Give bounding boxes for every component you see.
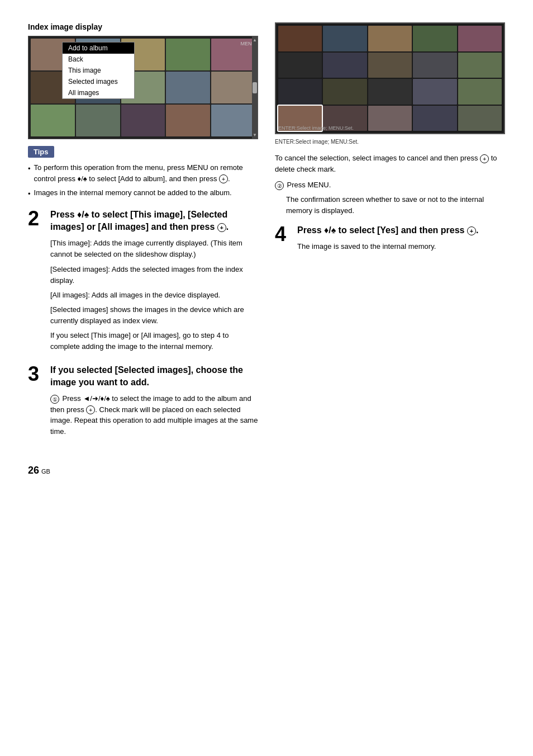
right-thumbnail: [323, 26, 367, 51]
right-thumb-grid: [276, 23, 504, 133]
right-thumbnail: [458, 53, 502, 78]
right-thumbnail: [368, 106, 412, 131]
right-thumbnail: [278, 26, 322, 51]
step-2-p2: [Selected images]: Adds the selected ima…: [50, 264, 258, 286]
step-3-body: ① Press ◄/➜/♦/♠ to select the image to a…: [50, 393, 258, 437]
enter-btn-s4: +: [467, 226, 476, 235]
page-number: 26: [28, 465, 39, 476]
right-image-display: ENTER:Select image; MENU:Set.: [275, 22, 505, 134]
tip-1-text: To perform this operation from the menu,…: [34, 162, 258, 184]
sub-step-1-icon: ①: [50, 395, 59, 404]
step-3-content: If you selected [Selected images], choos…: [50, 364, 258, 441]
thumbnail: [211, 72, 255, 103]
dropdown-item-all-images[interactable]: All images: [63, 87, 134, 98]
enter-btn-icon-s2: +: [217, 223, 226, 232]
right-thumbnail: [323, 79, 367, 105]
enter-btn-cancel: +: [480, 154, 489, 163]
thumbnail: [166, 105, 210, 136]
section-title: Index image display: [28, 22, 258, 31]
step-2: 2 Press ♦/♠ to select [This image], [Sel…: [28, 209, 258, 356]
right-thumbnail: [413, 106, 456, 131]
step-4-content: Press ♦/♠ to select [Yes] and then press…: [297, 224, 505, 256]
dropdown-item-back[interactable]: Back: [63, 54, 134, 65]
dropdown-item-selected-images[interactable]: Selected images: [63, 76, 134, 87]
right-thumbnail: [413, 26, 456, 51]
thumbnail: [166, 72, 210, 103]
step-4-title: Press ♦/♠ to select [Yes] and then press…: [297, 224, 505, 237]
right-thumbnail: [458, 106, 502, 131]
thumbnail: [31, 105, 75, 136]
right-thumbnail: [458, 26, 502, 51]
step-2-content: Press ♦/♠ to select [This image], [Selec…: [50, 209, 258, 356]
menu-press-body: The confirmation screen whether to save …: [286, 194, 505, 216]
cancel-instruction: To cancel the selection, select images t…: [275, 153, 505, 175]
index-image-display: Add to album Back This image Selected im…: [28, 36, 258, 139]
right-thumbnail: [368, 26, 412, 51]
step-4-number: 4: [275, 224, 292, 244]
thumbnail: [166, 39, 210, 70]
step-2-body: [This image]: Adds the image currently d…: [50, 238, 258, 352]
right-thumbnail: [278, 53, 322, 78]
dropdown-menu[interactable]: Add to album Back This image Selected im…: [62, 42, 135, 99]
dropdown-item-this-image[interactable]: This image: [63, 65, 134, 76]
step-2-p5: If you select [This image] or [All image…: [50, 330, 258, 352]
right-thumbnail: [323, 53, 367, 78]
step-2-title: Press ♦/♠ to select [This image], [Selec…: [50, 209, 258, 234]
step-4: 4 Press ♦/♠ to select [Yes] and then pre…: [275, 224, 505, 256]
thumbnail: [211, 105, 255, 136]
scroll-down-arrow[interactable]: ▼: [253, 133, 257, 138]
scroll-thumb[interactable]: [253, 82, 257, 93]
step-2-p4: [Selected images] shows the images in th…: [50, 304, 258, 327]
step-3-title: If you selected [Selected images], choos…: [50, 364, 258, 389]
right-thumbnail: [368, 79, 412, 105]
right-thumbnail: [413, 53, 456, 78]
sub-step-2-icon: ②: [275, 181, 284, 190]
step-3: 3 If you selected [Selected images], cho…: [28, 364, 258, 441]
right-column: ENTER:Select image; MENU:Set. ENTER:Sele…: [275, 22, 505, 448]
step-3-number: 3: [28, 364, 45, 384]
right-thumbnail: [458, 79, 502, 105]
enter-btn-sub1: +: [86, 405, 95, 414]
page-footer: 26 GB: [28, 465, 505, 476]
thumbnail: [121, 105, 165, 136]
right-image-caption: ENTER:Select image; MENU:Set.: [275, 138, 505, 146]
bullet-icon: •: [28, 163, 31, 174]
enter-button-icon: +: [219, 174, 228, 183]
dropdown-item-add-to-album[interactable]: Add to album: [63, 42, 134, 54]
right-thumbnail: [278, 79, 322, 105]
right-thumbnail: [413, 79, 456, 105]
bullet-icon-2: •: [28, 188, 31, 200]
tips-section: Tips • To perform this operation from th…: [28, 146, 258, 200]
scroll-bar[interactable]: ▲ ▼: [252, 36, 258, 139]
left-column: Index image display: [28, 22, 258, 448]
step-2-number: 2: [28, 209, 45, 229]
right-steps: To cancel the selection, select images t…: [275, 153, 505, 256]
step-2-p1: [This image]: Adds the image currently d…: [50, 238, 258, 260]
step-3-sub2: ② Press MENU.: [275, 179, 505, 191]
right-thumbnail: [368, 53, 412, 78]
step-2-p3: [All images]: Adds all images in the dev…: [50, 290, 258, 301]
enter-label: ENTER:Select image; MENU:Set.: [278, 125, 354, 131]
thumbnail: [76, 105, 120, 136]
tip-1: • To perform this operation from the men…: [28, 162, 258, 184]
scroll-up-arrow[interactable]: ▲: [253, 37, 257, 42]
tips-label: Tips: [28, 146, 54, 158]
step-4-p1: The image is saved to the internal memor…: [297, 241, 505, 252]
tip-2: • Images in the internal memory cannot b…: [28, 187, 258, 200]
tip-2-text: Images in the internal memory cannot be …: [34, 187, 232, 199]
step-4-body: The image is saved to the internal memor…: [297, 241, 505, 252]
page-locale: GB: [41, 468, 50, 475]
step-3-sub1: ① Press ◄/➜/♦/♠ to select the image to a…: [50, 393, 258, 437]
